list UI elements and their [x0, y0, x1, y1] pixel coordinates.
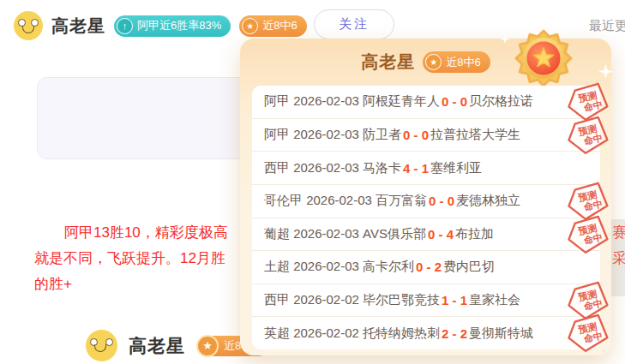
match-row[interactable]: 西甲 2026-02-02 毕尔巴鄂竞技1 - 1皇家社会 预测 命中	[252, 284, 600, 318]
match-away-team: 拉普拉塔大学生	[430, 127, 520, 143]
popup-streak-badge-label: 近8中6	[446, 55, 480, 70]
winrate-badge-label: 阿甲近6胜率83%	[137, 18, 221, 33]
clipped-text-fragment: 采	[612, 248, 625, 268]
match-away-team: 塞维利亚	[430, 160, 482, 176]
user-avatar[interactable]	[86, 330, 117, 361]
match-score: 0 - 0	[442, 94, 467, 109]
match-row[interactable]: 英超 2026-02-02 托特纳姆热刺2 - 2曼彻斯特城 预测 命中	[252, 317, 600, 349]
match-row[interactable]: 土超 2026-02-03 高卡尔利0 - 2费内巴切	[252, 251, 600, 284]
match-score: 0 - 0	[403, 128, 429, 142]
up-arrow-icon: ↑	[117, 18, 133, 34]
gold-medal-icon	[514, 28, 573, 88]
star-icon: ★	[425, 54, 442, 70]
match-away-team: 费内巴切	[443, 259, 495, 275]
match-info: 哥伦甲 2026-02-03 百万富翁	[264, 193, 427, 209]
match-info: 西甲 2026-02-03 马洛卡	[264, 160, 401, 176]
match-away-team: 皇家社会	[469, 292, 520, 308]
match-score: 0 - 0	[429, 194, 454, 208]
match-score: 0 - 2	[416, 260, 442, 274]
user-avatar[interactable]	[14, 11, 43, 40]
username: 高老星	[129, 334, 185, 358]
match-score: 0 - 4	[428, 227, 454, 242]
star-coin-icon: ★	[196, 335, 219, 357]
match-row[interactable]: 西甲 2026-02-03 马洛卡4 - 1塞维利亚	[252, 152, 600, 185]
match-row[interactable]: 葡超 2026-02-03 AVS俱乐部0 - 4布拉加 预测 命中	[252, 218, 600, 252]
username: 高老星	[51, 15, 105, 38]
winrate-badge: ↑ 阿甲近6胜率83%	[114, 15, 231, 37]
profile-header: 高老星 ↑ 阿甲近6胜率83% ★ 近8中6	[14, 11, 307, 40]
match-info: 西甲 2026-02-02 毕尔巴鄂竞技	[264, 292, 440, 308]
match-away-team: 贝尔格拉诺	[469, 93, 533, 110]
popup-title: 高老星	[361, 51, 415, 74]
streak-badge-label: 近8中6	[262, 18, 297, 33]
clipped-text-fragment: 赛	[612, 223, 625, 242]
match-away-team: 曼彻斯特城	[469, 325, 533, 342]
article-text-line: 就是不同，飞跃提升。12月胜	[34, 248, 225, 268]
match-row[interactable]: 哥伦甲 2026-02-03 百万富翁0 - 0麦德林独立 预测 命中	[252, 185, 600, 218]
follow-button[interactable]: 关注	[314, 9, 394, 39]
popup-streak-badge: ★ 近8中6	[423, 51, 490, 73]
match-score: 4 - 1	[403, 161, 429, 176]
streak-badge: ★ 近8中6	[239, 15, 306, 37]
avatar-eye-icon	[105, 338, 113, 346]
article-text-line: 阿甲13胜10，精彩度极高	[64, 223, 228, 242]
avatar-smile-icon	[94, 344, 106, 352]
match-list: 阿甲 2026-02-03 阿根廷青年人0 - 0贝尔格拉诺 预测 命中 阿甲 …	[252, 86, 600, 349]
match-info: 英超 2026-02-02 托特纳姆热刺	[264, 325, 440, 342]
match-info: 葡超 2026-02-03 AVS俱乐部	[264, 226, 426, 242]
match-score: 1 - 1	[442, 293, 467, 307]
match-row[interactable]: 阿甲 2026-02-03 阿根廷青年人0 - 0贝尔格拉诺 预测 命中	[252, 86, 600, 119]
star-icon: ★	[242, 18, 258, 34]
prediction-popup: 高老星 ★ 近8中6 阿甲 2026-02-03 阿根廷青年人0 - 0贝尔格拉…	[240, 39, 611, 355]
prediction-hit-stamp-icon: 预测 命中	[562, 312, 612, 357]
match-away-team: 布拉加	[455, 226, 494, 242]
article-text-line: 的胜+	[34, 274, 72, 294]
match-info: 土超 2026-02-03 高卡尔利	[264, 259, 414, 275]
match-row[interactable]: 阿甲 2026-02-03 防卫者0 - 0拉普拉塔大学生 预测 命中	[252, 119, 600, 152]
match-info: 阿甲 2026-02-03 阿根廷青年人	[264, 93, 440, 110]
avatar-smile-icon	[22, 26, 34, 33]
recent-update-label[interactable]: 最近更新	[589, 18, 625, 34]
match-away-team: 麦德林独立	[456, 193, 520, 209]
match-score: 2 - 2	[442, 326, 467, 341]
match-info: 阿甲 2026-02-03 防卫者	[264, 127, 401, 143]
